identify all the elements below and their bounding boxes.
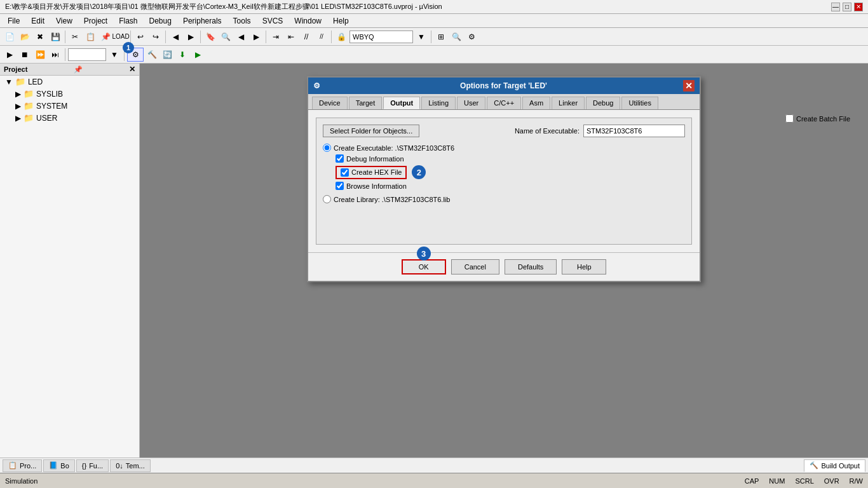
menu-flash[interactable]: Flash xyxy=(114,15,142,27)
search-input[interactable] xyxy=(349,30,413,43)
wbq-icon[interactable]: 🔒 xyxy=(334,30,348,44)
user-label: USER xyxy=(36,114,57,123)
ok-button[interactable]: OK xyxy=(402,259,446,274)
build-btn[interactable]: 🔨 xyxy=(145,48,159,62)
download-btn[interactable]: ⬇ xyxy=(175,48,189,62)
uncomment-btn[interactable]: // xyxy=(315,30,329,44)
tab-output[interactable]: Output xyxy=(383,97,420,109)
badge-1: 1 xyxy=(123,42,134,53)
run-btn[interactable]: ▶ xyxy=(3,48,17,62)
tab-asm[interactable]: Asm xyxy=(522,97,550,109)
tree-user[interactable]: ▶ 📁 USER xyxy=(10,112,139,124)
defaults-button[interactable]: Defaults xyxy=(505,259,557,274)
tem-tab-label: Tem... xyxy=(126,462,145,470)
bottom-tab-project[interactable]: 📋 Pro... xyxy=(3,459,42,472)
tab-device[interactable]: Device xyxy=(312,97,348,109)
menu-file[interactable]: File xyxy=(3,15,25,27)
tab-debug[interactable]: Debug xyxy=(586,97,620,109)
target-input[interactable]: LED xyxy=(68,48,106,61)
run2-btn[interactable]: ▶ xyxy=(191,48,205,62)
unindent-btn[interactable]: ⇤ xyxy=(284,30,298,44)
tab-target[interactable]: Target xyxy=(349,97,383,109)
indent-btn[interactable]: ⇥ xyxy=(269,30,283,44)
name-exe-label: Name of Executable: xyxy=(515,127,580,135)
system-folder-icon: 📁 xyxy=(24,101,34,111)
build-output-tab[interactable]: 🔨 Build Output xyxy=(804,459,865,472)
title-bar-buttons: — □ ✕ xyxy=(831,3,863,11)
tree-system[interactable]: ▶ 📁 SYSTEM xyxy=(10,100,139,112)
tree-syslib-arrow: ▶ xyxy=(15,90,21,98)
nav-fwd-btn[interactable]: ▶ xyxy=(184,30,198,44)
bottom-tab-tem[interactable]: 0↓ Tem... xyxy=(110,459,151,472)
name-exe-row: Name of Executable: xyxy=(515,125,685,137)
bookmark-btn[interactable]: 🔖 xyxy=(203,30,217,44)
redo-btn[interactable]: ↪ xyxy=(149,30,163,44)
open-btn[interactable]: 📂 xyxy=(18,30,32,44)
close-button[interactable]: ✕ xyxy=(854,3,863,11)
name-exe-input[interactable] xyxy=(583,125,685,137)
regs-btn[interactable]: ⚙ xyxy=(465,30,478,44)
find-btn[interactable]: 🔍 xyxy=(219,30,233,44)
bottom-tab-bo[interactable]: 📘 Bo xyxy=(43,459,74,472)
output-section: Select Folder for Objects... Name of Exe… xyxy=(316,118,692,245)
new-file-btn[interactable]: 📄 xyxy=(3,30,17,44)
browse-info-checkbox[interactable] xyxy=(336,182,344,190)
paste-btn[interactable]: 📌 xyxy=(98,30,112,44)
copy-btn[interactable]: 📋 xyxy=(83,30,97,44)
step2-btn[interactable]: ⏭ xyxy=(48,48,62,62)
menu-project[interactable]: Project xyxy=(79,15,112,27)
menu-view[interactable]: View xyxy=(51,15,78,27)
target-dropdown[interactable]: ▼ xyxy=(107,48,121,62)
create-batch-checkbox[interactable] xyxy=(785,114,794,123)
maximize-button[interactable]: □ xyxy=(843,3,851,11)
cut-btn[interactable]: ✂ xyxy=(68,30,82,44)
nav-back-btn[interactable]: ◀ xyxy=(168,30,182,44)
syslib-label: SYSLIB xyxy=(36,90,63,98)
bottom-tab-fu[interactable]: {} Fu... xyxy=(76,459,109,472)
sidebar-close[interactable]: ✕ xyxy=(129,65,135,74)
minimize-button[interactable]: — xyxy=(831,3,840,11)
create-hex-checkbox[interactable] xyxy=(341,168,349,177)
save-btn[interactable]: 💾 xyxy=(48,30,62,44)
stop-btn[interactable]: ⏹ xyxy=(18,48,32,62)
menu-window[interactable]: Window xyxy=(289,15,327,27)
debug-info-label: Debug Information xyxy=(346,155,404,163)
help-button[interactable]: Help xyxy=(562,259,606,274)
search-go-btn[interactable]: ▼ xyxy=(414,30,428,44)
create-lib-radio[interactable] xyxy=(323,195,331,203)
tab-linker[interactable]: Linker xyxy=(552,97,585,109)
watch-btn[interactable]: 🔍 xyxy=(449,30,463,44)
menu-svcs[interactable]: SVCS xyxy=(257,15,288,27)
comment-btn[interactable]: // xyxy=(299,30,313,44)
menu-peripherals[interactable]: Peripherals xyxy=(178,15,227,27)
debug-info-checkbox[interactable] xyxy=(336,154,344,163)
tree-led[interactable]: ▼ 📁 LED xyxy=(0,76,139,88)
nav-btn2[interactable]: ◀ xyxy=(234,30,248,44)
target-options-btn[interactable]: ⚙ 1 xyxy=(127,48,144,62)
tab-listing[interactable]: Listing xyxy=(421,97,456,109)
tab-cpp[interactable]: C/C++ xyxy=(487,97,521,109)
create-exe-radio[interactable] xyxy=(323,144,331,152)
sep1 xyxy=(65,30,65,43)
menu-debug[interactable]: Debug xyxy=(144,15,177,27)
nav-btn3[interactable]: ▶ xyxy=(249,30,263,44)
rebuild-btn[interactable]: 🔄 xyxy=(160,48,174,62)
tree-syslib[interactable]: ▶ 📁 SYSLIB xyxy=(10,88,139,100)
status-ovr: OVR xyxy=(824,477,839,485)
dialog-close-button[interactable]: ✕ xyxy=(683,80,695,92)
create-hex-highlight: Create HEX File xyxy=(336,166,407,179)
menu-tools[interactable]: Tools xyxy=(228,15,256,27)
close-file-btn[interactable]: ✖ xyxy=(33,30,47,44)
tab-user[interactable]: User xyxy=(457,97,485,109)
disasm-btn[interactable]: ⊞ xyxy=(434,30,448,44)
select-folder-button[interactable]: Select Folder for Objects... xyxy=(323,125,419,137)
menu-edit[interactable]: Edit xyxy=(26,15,50,27)
tab-utilities[interactable]: Utilities xyxy=(621,97,658,109)
menu-help[interactable]: Help xyxy=(328,15,354,27)
sidebar-pin[interactable]: 📌 xyxy=(74,65,83,74)
step-btn[interactable]: ⏩ xyxy=(33,48,47,62)
load-btn[interactable]: LOAD xyxy=(114,30,128,44)
undo-btn[interactable]: ↩ xyxy=(133,30,147,44)
build-output-icon: 🔨 xyxy=(810,461,818,470)
cancel-button[interactable]: Cancel xyxy=(451,259,499,274)
